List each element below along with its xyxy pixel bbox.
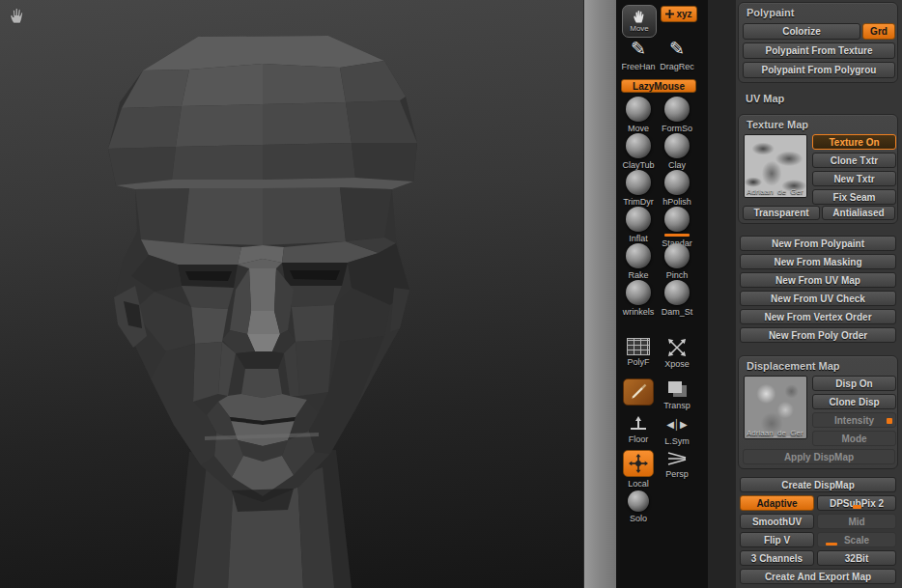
transparent-toggle[interactable]: Transparent xyxy=(743,206,820,220)
xyz-button[interactable]: xyz xyxy=(661,6,697,22)
solo-toggle[interactable]: Solo xyxy=(619,490,658,523)
brush-sphere-icon xyxy=(626,280,651,305)
brush-label: Clay xyxy=(668,160,686,170)
clone-texture-button[interactable]: Clone Txtr xyxy=(812,153,896,168)
slider-handle[interactable] xyxy=(826,543,837,546)
brush-pinch[interactable]: Pinch xyxy=(658,243,696,280)
canvas-move-button[interactable]: Move xyxy=(622,5,657,38)
viewport-canvas[interactable] xyxy=(0,0,583,588)
bits-toggle[interactable]: 32Bit xyxy=(817,550,896,566)
slider-handle[interactable] xyxy=(887,418,892,424)
adaptive-toggle[interactable]: Adaptive xyxy=(740,495,814,511)
intensity-slider[interactable]: Intensity xyxy=(812,412,896,428)
stroke-dragrect[interactable]: ✎ DragRec xyxy=(658,39,696,71)
stroke-freehand[interactable]: ✎ FreeHan xyxy=(619,39,658,71)
brush-formsoft[interactable]: FormSo xyxy=(658,97,696,133)
brush-sphere-icon xyxy=(664,207,690,232)
polypaint-from-texture-button[interactable]: Polypaint From Texture xyxy=(743,42,895,59)
displacement-thumb-label: Adriaan_de_Ger xyxy=(747,429,803,437)
grd-button[interactable]: Grd xyxy=(862,23,895,40)
smoothuv-toggle[interactable]: SmoothUV xyxy=(740,514,814,529)
move-label: Move xyxy=(630,24,649,34)
brush-clay[interactable]: Clay xyxy=(658,133,696,170)
texture-on-button[interactable]: Texture On xyxy=(812,134,896,150)
brush-sphere-icon xyxy=(664,243,690,268)
colorize-button[interactable]: Colorize xyxy=(743,23,860,40)
brush-sphere-icon xyxy=(626,133,651,158)
transparency-toggle[interactable]: Transp xyxy=(658,378,696,410)
floor-toggle[interactable]: Floor xyxy=(619,415,658,444)
symmetry-arrows-icon: ◀│▶ xyxy=(666,415,688,434)
polypaint-from-polygroup-button[interactable]: Polypaint From Polygrou xyxy=(743,62,895,78)
brush-sphere-icon xyxy=(626,170,651,195)
dpsubpix-slider[interactable]: DPSubPix 2 xyxy=(817,495,896,511)
create-dispmap-button[interactable]: Create DispMap xyxy=(740,477,896,492)
flip-v-toggle[interactable]: Flip V xyxy=(740,532,814,547)
brush-rake[interactable]: Rake xyxy=(619,243,658,280)
antialiased-toggle[interactable]: Antialiased xyxy=(822,206,895,220)
polypaint-header[interactable]: Polypaint xyxy=(747,7,795,18)
new-from-poly-order-button[interactable]: New From Poly Order xyxy=(740,327,896,343)
texture-thumbnail[interactable]: Adriaan_de_Ger xyxy=(744,134,807,198)
slider-handle[interactable] xyxy=(853,505,861,509)
brush-standard-selected[interactable]: Standar xyxy=(658,207,696,248)
tool-palette: Polypaint Colorize Grd Polypaint From Te… xyxy=(736,0,902,588)
brush-sphere-icon xyxy=(664,97,690,122)
uv-map-header[interactable]: UV Map xyxy=(746,93,784,104)
brush-claytubes[interactable]: ClayTub xyxy=(619,133,658,170)
selected-indicator xyxy=(664,234,690,237)
fix-seam-button[interactable]: Fix Seam xyxy=(812,189,896,205)
brush-label: FormSo xyxy=(662,124,692,133)
mode-toggle[interactable]: Mode xyxy=(812,431,896,446)
local-crosshair-icon xyxy=(623,450,654,477)
polyframe-toggle[interactable]: PolyF xyxy=(619,338,658,367)
new-from-polypaint-button[interactable]: New From Polypaint xyxy=(740,236,896,251)
brush-label: wrinkels xyxy=(623,307,655,317)
brush-wrinkles[interactable]: wrinkels xyxy=(619,280,658,317)
texture-map-header[interactable]: Texture Map xyxy=(747,119,808,130)
paintbrush-button[interactable] xyxy=(619,378,658,406)
scale-slider[interactable]: Scale xyxy=(817,532,896,547)
lazymouse-button[interactable]: LazyMouse xyxy=(621,79,696,93)
stroke-label: FreeHan xyxy=(621,62,655,71)
brush-sphere-icon xyxy=(664,133,690,158)
texture-map-section: Texture Map Adriaan_de_Ger Texture On Cl… xyxy=(738,114,898,224)
create-and-export-map-button[interactable]: Create And Export Map xyxy=(740,569,896,584)
brush-trimdynamic[interactable]: TrimDyr xyxy=(619,170,658,207)
new-from-masking-button[interactable]: New From Masking xyxy=(740,254,896,269)
pen-icon: ✎ xyxy=(669,39,685,60)
xpose-button[interactable]: Xpose xyxy=(658,338,696,369)
new-from-uv-check-button[interactable]: New From UV Check xyxy=(740,291,896,306)
new-from-vertex-order-button[interactable]: New From Vertex Order xyxy=(740,309,896,324)
brush-label: Rake xyxy=(628,270,648,280)
channels-toggle[interactable]: 3 Channels xyxy=(740,550,814,566)
stroke-label: DragRec xyxy=(660,62,694,71)
brush-inflate[interactable]: Inflat xyxy=(619,207,658,243)
brush-move[interactable]: Move xyxy=(619,97,658,133)
tool-label: Solo xyxy=(630,514,647,523)
solo-sphere-icon xyxy=(628,490,649,512)
xyz-label: xyz xyxy=(676,9,691,19)
tray-divider[interactable] xyxy=(583,0,616,588)
brush-hpolish[interactable]: hPolish xyxy=(658,170,696,207)
brush-damstandard[interactable]: Dam_St xyxy=(658,280,696,317)
displacement-map-header[interactable]: Displacement Map xyxy=(747,360,840,372)
mid-toggle[interactable]: Mid xyxy=(817,514,896,529)
apply-dispmap-button[interactable]: Apply DispMap xyxy=(743,449,895,464)
displacement-thumbnail[interactable]: Adriaan_de_Ger xyxy=(744,376,807,439)
brush-label: Dam_St xyxy=(662,307,693,317)
tool-shelf: Move xyz ✎ FreeHan ✎ DragRec LazyMouse M… xyxy=(616,0,708,588)
tool-label: Transp xyxy=(663,401,691,410)
local-transform-button[interactable]: Local xyxy=(619,450,658,489)
polypaint-section: Polypaint Colorize Grd Polypaint From Te… xyxy=(738,2,898,83)
new-from-uv-map-button[interactable]: New From UV Map xyxy=(740,272,896,288)
local-symmetry-toggle[interactable]: ◀│▶ L.Sym xyxy=(658,415,696,446)
perspective-toggle[interactable]: Persp xyxy=(658,450,696,479)
clone-disp-button[interactable]: Clone Disp xyxy=(812,394,896,409)
new-texture-button[interactable]: New Txtr xyxy=(812,171,896,186)
head-model[interactable] xyxy=(0,0,583,588)
polyframe-grid-icon xyxy=(627,338,650,355)
overlap-squares-icon xyxy=(668,381,682,393)
disp-on-button[interactable]: Disp On xyxy=(812,376,896,391)
brush-label: hPolish xyxy=(662,197,691,207)
